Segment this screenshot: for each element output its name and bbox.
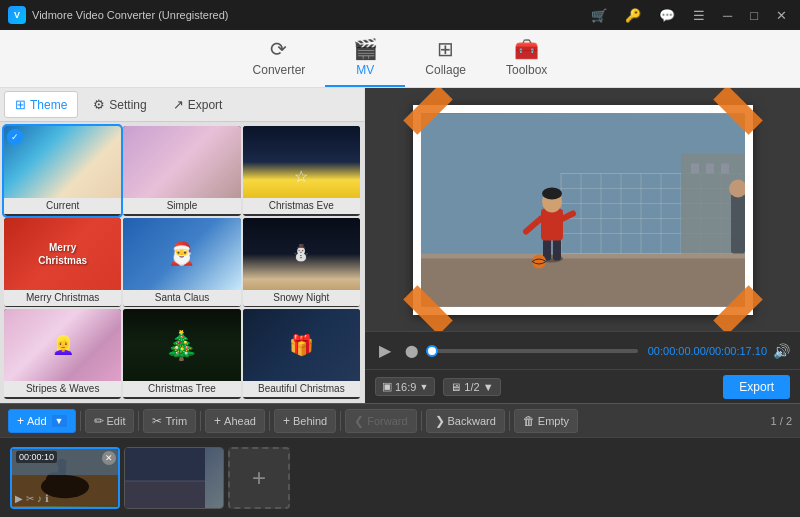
play-button[interactable]: ▶	[375, 339, 395, 362]
theme-thumb-stripes: 👱‍♀️	[4, 309, 121, 381]
svg-rect-29	[731, 193, 745, 253]
ratio-value: 16:9	[395, 381, 416, 393]
svg-rect-23	[541, 208, 563, 240]
tab-collage[interactable]: ⊞ Collage	[405, 31, 486, 87]
top-nav: ⟳ Converter 🎬 MV ⊞ Collage 🧰 Toolbox	[0, 30, 800, 88]
separator-6	[421, 411, 422, 431]
key-icon[interactable]: 🔑	[620, 6, 646, 25]
tab-setting[interactable]: ⚙ Setting	[82, 91, 157, 118]
ahead-icon: +	[214, 414, 221, 428]
ratio-select[interactable]: ▣ 16:9 ▼	[375, 377, 435, 396]
export-button[interactable]: Export	[723, 375, 790, 399]
tab-theme[interactable]: ⊞ Theme	[4, 91, 78, 118]
clip-time-1: 00:00:10	[16, 451, 57, 463]
theme-label-christmas-eve: Christmas Eve	[243, 198, 360, 214]
progress-knob[interactable]	[426, 345, 438, 357]
bottom-toolbar: + Add ▼ ✏ Edit ✂ Trim + Ahead + Behi	[0, 403, 800, 437]
svg-rect-18	[706, 163, 714, 173]
clip-icons-1: ▶ ✂ ♪ ℹ	[15, 493, 49, 504]
page-value: 1/2	[464, 381, 479, 393]
stop-button[interactable]: ⬤	[401, 342, 422, 360]
empty-label: Empty	[538, 415, 569, 427]
add-clip-button[interactable]: +	[228, 447, 290, 509]
theme-label-santa: Santa Claus	[123, 290, 240, 306]
add-dropdown-icon[interactable]: ▼	[52, 415, 67, 427]
preview-video	[421, 113, 745, 307]
theme-label-current: Current	[4, 198, 121, 214]
clip-close-1[interactable]: ✕	[102, 451, 116, 465]
tab-converter[interactable]: ⟳ Converter	[233, 31, 326, 87]
svg-rect-19	[721, 163, 729, 173]
tab-mv[interactable]: 🎬 MV	[325, 31, 405, 87]
title-bar: V Vidmore Video Converter (Unregistered)…	[0, 0, 800, 30]
page-display[interactable]: 🖥 1/2 ▼	[443, 378, 500, 396]
theme-item-xtree[interactable]: 🎄 Christmas Tree	[123, 309, 240, 399]
theme-tab-label: Theme	[30, 98, 67, 112]
tab-toolbox-label: Toolbox	[506, 63, 547, 77]
tab-toolbox[interactable]: 🧰 Toolbox	[486, 31, 567, 87]
theme-label-snowy: Snowy Night	[243, 290, 360, 306]
window-controls[interactable]: 🛒 🔑 💬 ☰ ─ □ ✕	[586, 6, 792, 25]
theme-item-santa-claus[interactable]: 🎅 Santa Claus	[123, 218, 240, 308]
tab-mv-label: MV	[356, 63, 374, 77]
time-display: 00:00:00.00/00:00:17.10	[648, 345, 767, 357]
page-icon: 🖥	[450, 381, 461, 393]
chat-icon[interactable]: 💬	[654, 6, 680, 25]
theme-thumb-merry: MerryChristmas	[4, 218, 121, 290]
page-arrow-icon: ▼	[483, 381, 494, 393]
empty-button[interactable]: 🗑 Empty	[514, 409, 578, 433]
clip-svg-2	[125, 447, 205, 508]
separator-7	[509, 411, 510, 431]
add-icon: +	[17, 414, 24, 428]
svg-rect-22	[553, 238, 561, 260]
theme-item-simple[interactable]: Simple	[123, 126, 240, 216]
theme-grid: ✓ Current Simple ☆ Christmas Eve	[0, 122, 364, 403]
export-tab-icon: ↗	[173, 97, 184, 112]
clip-play-icon: ▶	[15, 493, 23, 504]
separator-2	[138, 411, 139, 431]
bottom-page-info: 1 / 2	[771, 415, 792, 427]
forward-button[interactable]: ❮ Forward	[345, 409, 416, 433]
theme-item-current[interactable]: ✓ Current	[4, 126, 121, 216]
behind-icon: +	[283, 414, 290, 428]
tab-export[interactable]: ↗ Export	[162, 91, 234, 118]
maximize-button[interactable]: □	[745, 6, 763, 25]
ahead-button[interactable]: + Ahead	[205, 409, 265, 433]
panels-row: ⊞ Theme ⚙ Setting ↗ Export ✓	[0, 88, 800, 403]
theme-item-beautiful[interactable]: 🎁 Beautiful Christmas	[243, 309, 360, 399]
setting-tab-icon: ⚙	[93, 97, 105, 112]
svg-rect-2	[421, 258, 745, 306]
close-button[interactable]: ✕	[771, 6, 792, 25]
menu-icon[interactable]: ☰	[688, 6, 710, 25]
playback-controls: ▶ ⬤ 00:00:00.00/00:00:17.10 🔊	[365, 331, 800, 369]
theme-thumb-simple	[123, 126, 240, 198]
trim-button[interactable]: ✂ Trim	[143, 409, 196, 433]
theme-item-merry-christmas[interactable]: MerryChristmas Merry Christmas	[4, 218, 121, 308]
separator-5	[340, 411, 341, 431]
timeline-clip-1[interactable]: 00:00:10 ✕ ▶ ✂ ♪ ℹ	[10, 447, 120, 509]
behind-button[interactable]: + Behind	[274, 409, 336, 433]
cart-icon[interactable]: 🛒	[586, 6, 612, 25]
converter-icon: ⟳	[270, 37, 287, 61]
timeline-clip-2[interactable]	[124, 447, 224, 509]
theme-item-stripes[interactable]: 👱‍♀️ Stripes & Waves	[4, 309, 121, 399]
backward-label: Backward	[448, 415, 496, 427]
progress-bar[interactable]	[432, 349, 638, 353]
theme-item-christmas-eve[interactable]: ☆ Christmas Eve	[243, 126, 360, 216]
app-title: Vidmore Video Converter (Unregistered)	[32, 9, 586, 21]
volume-icon[interactable]: 🔊	[773, 343, 790, 359]
preview-svg	[421, 113, 745, 307]
svg-rect-39	[125, 481, 205, 508]
add-button[interactable]: + Add ▼	[8, 409, 76, 433]
toolbox-icon: 🧰	[514, 37, 539, 61]
edit-button[interactable]: ✏ Edit	[85, 409, 135, 433]
backward-button[interactable]: ❯ Backward	[426, 409, 505, 433]
left-panel: ⊞ Theme ⚙ Setting ↗ Export ✓	[0, 88, 365, 403]
collage-icon: ⊞	[437, 37, 454, 61]
clip-thumb-2	[125, 448, 223, 508]
right-side: ▶ ⬤ 00:00:00.00/00:00:17.10 🔊 ▣ 16:9 ▼ 🖥	[365, 88, 800, 403]
theme-label-stripes: Stripes & Waves	[4, 381, 121, 397]
theme-item-snowy-night[interactable]: ⛄ Snowy Night	[243, 218, 360, 308]
theme-tab-icon: ⊞	[15, 97, 26, 112]
minimize-button[interactable]: ─	[718, 6, 737, 25]
